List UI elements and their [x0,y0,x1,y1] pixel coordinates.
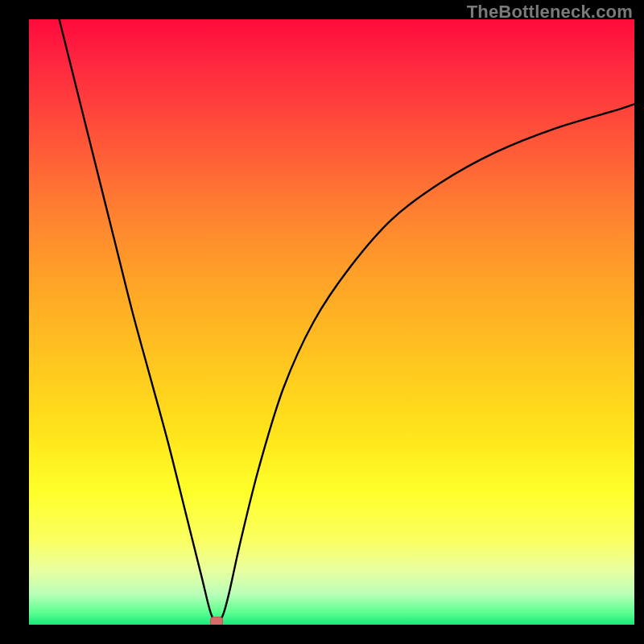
curve-svg [29,19,634,625]
plot-area [29,19,634,625]
chart-frame: TheBottleneck.com [0,0,644,644]
watermark-text: TheBottleneck.com [467,2,633,23]
bottleneck-curve [60,19,634,621]
optimum-point-marker [210,617,223,625]
